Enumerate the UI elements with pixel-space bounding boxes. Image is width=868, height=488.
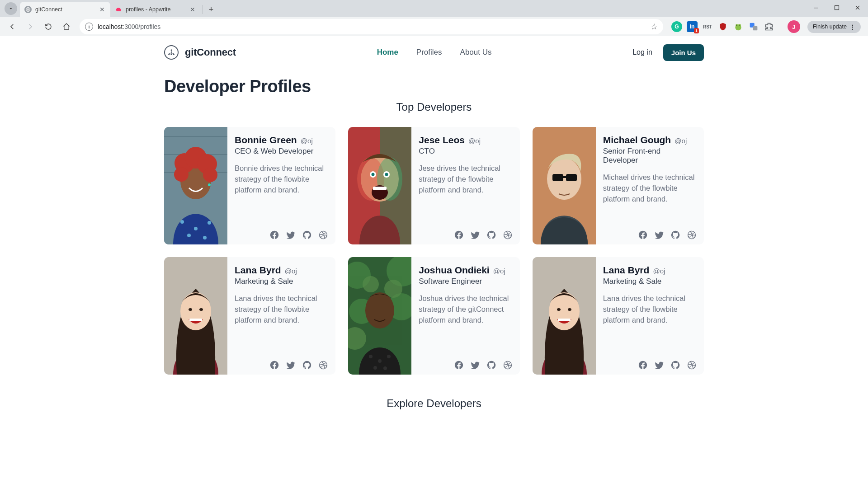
svg-rect-58 [814, 8, 818, 8]
developer-socials [419, 230, 512, 240]
svg-rect-59 [835, 6, 839, 10]
developer-card: Joshua Ondieki @ojSoftware EngineerJoshu… [348, 257, 519, 375]
dribbble-icon[interactable] [318, 230, 328, 240]
github-icon[interactable] [670, 230, 680, 240]
dribbble-icon[interactable] [503, 230, 513, 240]
developer-name-line: Jese Leos @oj [419, 134, 512, 146]
developer-card-body: Jese Leos @ojCTOJese drives the technica… [411, 127, 519, 244]
extension-icons: G in1 RST J Finish update ⋮ [669, 20, 863, 33]
twitter-icon[interactable] [286, 360, 296, 370]
developer-name-line: Michael Gough @oj [603, 134, 697, 146]
developer-name: Bonnie Green [235, 135, 297, 145]
twitter-icon[interactable] [286, 230, 296, 240]
twitter-icon[interactable] [654, 360, 664, 370]
developer-bio: Lana drives the technical strategy of th… [235, 293, 328, 356]
developer-socials [235, 360, 328, 370]
developer-name-line: Joshua Ondieki @oj [419, 264, 512, 276]
facebook-icon[interactable] [269, 360, 279, 370]
facebook-icon[interactable] [454, 360, 464, 370]
github-icon[interactable] [486, 230, 496, 240]
twitter-icon[interactable] [470, 360, 480, 370]
join-us-button[interactable]: Join Us [663, 44, 704, 61]
developer-name-line: Bonnie Green @oj [235, 134, 328, 146]
page-heading: Developer Profiles [164, 77, 704, 96]
developer-socials [603, 230, 697, 240]
developer-socials [419, 360, 512, 370]
nav-forward-button[interactable] [23, 19, 38, 34]
nav-profiles[interactable]: Profiles [416, 48, 442, 57]
developer-card: Jese Leos @ojCTOJese drives the technica… [348, 127, 519, 244]
developer-handle: @oj [299, 137, 313, 145]
dribbble-icon[interactable] [318, 360, 328, 370]
developer-handle: @oj [283, 267, 297, 275]
appwrite-icon [115, 6, 122, 13]
developer-role: Marketing & Sale [235, 277, 328, 286]
browser-tab-active[interactable]: gitConnect ✕ [20, 2, 110, 17]
nav-reload-button[interactable] [41, 19, 56, 34]
nav-back-button[interactable] [5, 19, 20, 34]
github-icon[interactable] [486, 360, 496, 370]
github-icon[interactable] [670, 360, 680, 370]
dribbble-icon[interactable] [687, 230, 697, 240]
twitter-icon[interactable] [654, 230, 664, 240]
extension-frog-icon[interactable] [733, 21, 744, 32]
brand[interactable]: gitConnect [164, 45, 236, 60]
extension-translate-icon[interactable] [748, 21, 759, 32]
finish-update-button[interactable]: Finish update ⋮ [807, 21, 861, 33]
developer-name: Joshua Ondieki [419, 265, 489, 275]
window-close-button[interactable] [847, 0, 868, 15]
developer-name-line: Lana Byrd @oj [603, 264, 697, 276]
developer-card-body: Lana Byrd @ojMarketing & SaleLana drives… [596, 257, 704, 375]
dribbble-icon[interactable] [687, 360, 697, 370]
extension-grammarly-icon[interactable]: G [671, 21, 682, 32]
developer-card-body: Lana Byrd @ojMarketing & SaleLana drives… [227, 257, 335, 375]
globe-icon [24, 6, 32, 13]
extension-linkedin-icon[interactable]: in1 [687, 21, 698, 32]
extensions-menu-icon[interactable] [764, 21, 774, 32]
profile-avatar-button[interactable]: J [788, 20, 800, 33]
developer-photo [533, 257, 596, 375]
developer-socials [235, 230, 328, 240]
developer-photo [164, 127, 227, 244]
facebook-icon[interactable] [638, 360, 648, 370]
bookmark-star-icon[interactable]: ☆ [651, 22, 658, 32]
svg-point-64 [739, 25, 740, 26]
facebook-icon[interactable] [269, 230, 279, 240]
page-content: Developer Profiles Top Developers Bonnie… [160, 77, 708, 455]
site-info-icon[interactable]: i [85, 23, 93, 31]
nav-home-button[interactable] [59, 19, 74, 34]
developer-card: Lana Byrd @ojMarketing & SaleLana drives… [533, 257, 704, 375]
github-icon[interactable] [302, 360, 312, 370]
new-tab-button[interactable]: + [205, 3, 217, 16]
developer-card-body: Michael Gough @ojSenior Front-end Develo… [596, 127, 704, 244]
login-link[interactable]: Log in [632, 48, 652, 56]
kebab-menu-icon: ⋮ [849, 23, 855, 30]
address-bar[interactable]: i localhost:3000/profiles ☆ [80, 19, 663, 34]
finish-update-label: Finish update [813, 23, 847, 30]
developer-handle: @oj [673, 137, 687, 145]
developer-card: Lana Byrd @ojMarketing & SaleLana drives… [164, 257, 335, 375]
extension-ublock-icon[interactable] [717, 21, 728, 32]
tab-close-button[interactable]: ✕ [99, 6, 106, 13]
developer-bio: Jese drives the technical strategy of th… [419, 163, 512, 225]
extension-rst-icon[interactable]: RST [702, 21, 713, 32]
facebook-icon[interactable] [454, 230, 464, 240]
developer-card: Michael Gough @ojSenior Front-end Develo… [533, 127, 704, 244]
nav-about[interactable]: About Us [460, 48, 492, 57]
developer-handle: @oj [651, 267, 665, 275]
facebook-icon[interactable] [638, 230, 648, 240]
page-viewport[interactable]: gitConnect Home Profiles About Us Log in… [0, 36, 868, 488]
developer-name: Lana Byrd [235, 265, 281, 275]
tab-search-dropdown[interactable] [5, 2, 17, 15]
dribbble-icon[interactable] [503, 360, 513, 370]
twitter-icon[interactable] [470, 230, 480, 240]
developer-bio: Michael drives the technical strategy of… [603, 172, 697, 225]
github-icon[interactable] [302, 230, 312, 240]
url-text: localhost:3000/profiles [98, 23, 160, 30]
browser-tab[interactable]: profiles - Appwrite ✕ [110, 2, 201, 17]
window-minimize-button[interactable] [806, 0, 826, 15]
developer-card: Bonnie Green @ojCEO & Web DeveloperBonni… [164, 127, 335, 244]
tab-close-button[interactable]: ✕ [189, 6, 196, 13]
window-maximize-button[interactable] [826, 0, 847, 15]
nav-home[interactable]: Home [377, 48, 398, 57]
